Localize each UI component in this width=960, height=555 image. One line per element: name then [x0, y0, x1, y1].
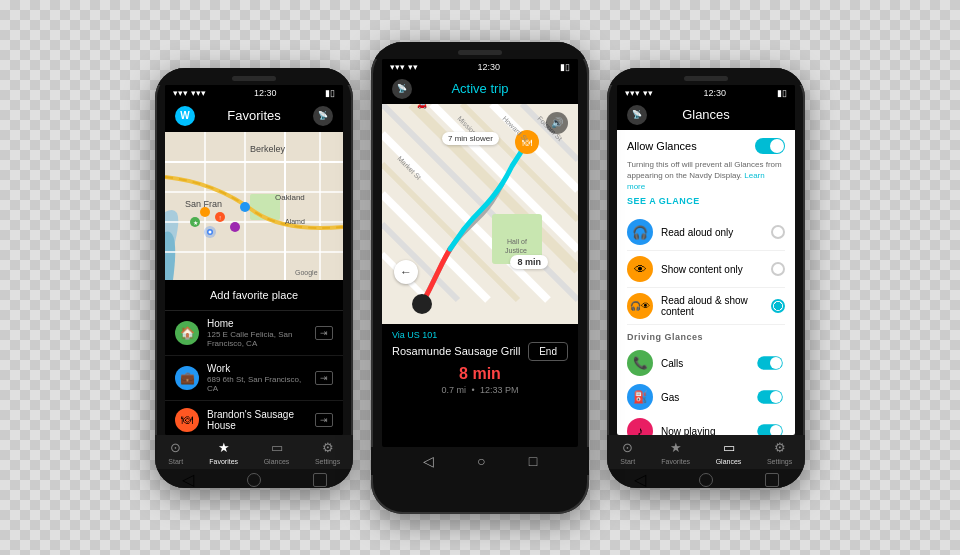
- recents-gesture-1[interactable]: [313, 473, 327, 487]
- back-gesture-2[interactable]: ◁: [423, 453, 434, 469]
- status-bar-1: ▾▾▾ ▾▾▾ 12:30 ▮▯: [165, 85, 343, 100]
- back-gesture-3[interactable]: ◁: [633, 473, 647, 487]
- glances-icon-1: ▭: [269, 440, 285, 456]
- fav-chevron-sausage: ⇥: [315, 413, 333, 427]
- distance-text: 0.7 mi: [441, 385, 466, 395]
- start-icon-1: ⊙: [168, 440, 184, 456]
- both-label: Read aloud & show content: [661, 295, 763, 317]
- back-gesture-1[interactable]: ◁: [181, 473, 195, 487]
- calls-label: Calls: [661, 358, 747, 369]
- home-gesture-2[interactable]: ○: [477, 453, 485, 469]
- glance-option-show-content[interactable]: 👁 Show content only: [627, 251, 785, 288]
- favorites-header: W Favorites 📡: [165, 100, 343, 132]
- fav-info-work: Work 689 6th St, San Francisco, CA: [207, 363, 307, 393]
- gas-label: Gas: [661, 392, 747, 403]
- trip-title: Active trip: [412, 81, 548, 96]
- nav-favorites-label-1: Favorites: [209, 458, 238, 465]
- gas-toggle[interactable]: [757, 390, 783, 404]
- nav-glances-label-3: Glances: [716, 458, 742, 465]
- allow-glances-toggle[interactable]: [755, 138, 785, 154]
- read-aloud-radio[interactable]: [771, 225, 785, 239]
- driving-item-playing: ♪ Now playing: [627, 414, 785, 434]
- nav-favorites-3[interactable]: ★ Favorites: [661, 440, 690, 465]
- waze-icon-3: 📡: [627, 105, 647, 125]
- read-aloud-icon: 🎧: [627, 219, 653, 245]
- glance-option-read-aloud[interactable]: 🎧 Read aloud only: [627, 214, 785, 251]
- glances-content: Allow Glances Turning this off will prev…: [617, 130, 795, 435]
- settings-icon-3: ⚙: [772, 440, 788, 456]
- calls-toggle[interactable]: [757, 356, 783, 370]
- navdy-icon-1: 📡: [313, 106, 333, 126]
- map-svg-1: San Fran Berkeley Oakland Alamd ★ !: [165, 132, 343, 280]
- both-icon: 🎧👁: [627, 293, 653, 319]
- nav-settings-3[interactable]: ⚙ Settings: [767, 440, 792, 465]
- allow-glances-row: Allow Glances: [627, 138, 785, 154]
- settings-icon-1: ⚙: [320, 440, 336, 456]
- glances-description: Turning this off will prevent all Glance…: [627, 159, 785, 193]
- home-gesture-3[interactable]: [699, 473, 713, 487]
- trip-header: 📡 Active trip: [382, 74, 578, 104]
- see-glance-link[interactable]: SEE A GLANCE: [627, 196, 785, 206]
- svg-text:Justice: Justice: [505, 247, 527, 254]
- fav-info-home: Home 125 E Calle Felicia, San Francisco,…: [207, 318, 307, 348]
- end-button[interactable]: End: [528, 342, 568, 361]
- phone-top-2: [371, 42, 589, 59]
- show-content-radio[interactable]: [771, 262, 785, 276]
- nav-settings-label-1: Settings: [315, 458, 340, 465]
- fav-item-sausage[interactable]: 🍽 Brandon's Sausage House ⇥: [165, 401, 343, 435]
- fav-item-home[interactable]: 🏠 Home 125 E Calle Felicia, San Francisc…: [165, 311, 343, 356]
- calls-icon: 📞: [627, 350, 653, 376]
- nav-start-3[interactable]: ⊙ Start: [620, 440, 636, 465]
- trip-bottom: Via US 101 Rosamunde Sausage Grill End 8…: [382, 324, 578, 401]
- destination-row: Rosamunde Sausage Grill End: [392, 342, 568, 361]
- glances-title: Glances: [647, 107, 765, 122]
- favorites-list: 🏠 Home 125 E Calle Felicia, San Francisc…: [165, 311, 343, 435]
- eta-badge-map: 8 min: [510, 255, 548, 269]
- destination-name: Rosamunde Sausage Grill: [392, 345, 520, 357]
- svg-point-19: [200, 207, 210, 217]
- allow-glances-label: Allow Glances: [627, 140, 697, 152]
- add-favorite-button[interactable]: Add favorite place: [165, 280, 343, 311]
- playing-toggle[interactable]: [757, 424, 783, 434]
- both-radio[interactable]: [771, 299, 785, 313]
- phones-container: ▾▾▾ ▾▾▾ 12:30 ▮▯ W Favorites 📡: [155, 42, 805, 514]
- nav-glances-1[interactable]: ▭ Glances: [264, 440, 290, 465]
- mute-button[interactable]: 🔊: [546, 112, 568, 134]
- nav-favorites-1[interactable]: ★ Favorites: [209, 440, 238, 465]
- fav-item-work[interactable]: 💼 Work 689 6th St, San Francisco, CA ⇥: [165, 356, 343, 401]
- nav-settings-1[interactable]: ⚙ Settings: [315, 440, 340, 465]
- home-gesture-1[interactable]: [247, 473, 261, 487]
- nav-settings-label-3: Settings: [767, 458, 792, 465]
- driving-item-calls: 📞 Calls: [627, 346, 785, 380]
- status-bar-3: ▾▾▾ ▾▾ 12:30 ▮▯: [617, 85, 795, 100]
- trip-map: Hall of Justice 🚗 🍽 Market St: [382, 104, 578, 324]
- favorites-icon-1: ★: [216, 440, 232, 456]
- signal-icons-2: ▾▾▾ ▾▾: [390, 62, 418, 72]
- phone-trip: ▾▾▾ ▾▾ 12:30 ▮▯ 📡 Active trip: [371, 42, 589, 514]
- screen-trip: ▾▾▾ ▾▾ 12:30 ▮▯ 📡 Active trip: [382, 59, 578, 447]
- glances-header: 📡 Glances: [617, 100, 795, 130]
- slower-badge: 7 min slower: [442, 132, 499, 145]
- gas-toggle-knob: [770, 391, 782, 403]
- other-icon: 🍽: [175, 408, 199, 432]
- recents-gesture-3[interactable]: [765, 473, 779, 487]
- start-icon-3: ⊙: [620, 440, 636, 456]
- fav-name-sausage: Brandon's Sausage House: [207, 409, 307, 431]
- gesture-bar-3: ◁: [607, 469, 805, 488]
- phone-favorites: ▾▾▾ ▾▾▾ 12:30 ▮▯ W Favorites 📡: [155, 68, 353, 488]
- favorites-icon-3: ★: [668, 440, 684, 456]
- time-3: 12:30: [703, 88, 726, 98]
- gesture-bar-2: ◁ ○ □: [371, 447, 589, 475]
- arrival-time: 12:33 PM: [480, 385, 519, 395]
- back-button[interactable]: ←: [394, 260, 418, 284]
- favorites-map: San Fran Berkeley Oakland Alamd ★ !: [165, 132, 343, 280]
- nav-glances-3[interactable]: ▭ Glances: [716, 440, 742, 465]
- svg-text:🚗: 🚗: [417, 104, 427, 109]
- glance-option-both[interactable]: 🎧👁 Read aloud & show content: [627, 288, 785, 325]
- fav-name-home: Home: [207, 318, 307, 329]
- recents-gesture-2[interactable]: □: [529, 453, 537, 469]
- read-aloud-label: Read aloud only: [661, 227, 763, 238]
- nav-glances-label-1: Glances: [264, 458, 290, 465]
- nav-start-1[interactable]: ⊙ Start: [168, 440, 184, 465]
- driving-glances-title: Driving Glances: [627, 332, 785, 342]
